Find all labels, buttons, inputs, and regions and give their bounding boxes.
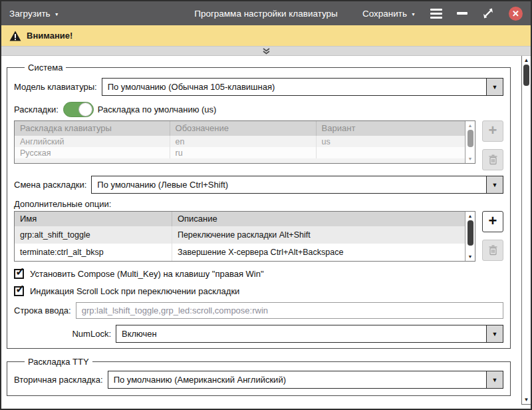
minimize-button[interactable] (457, 12, 467, 15)
cell-layout-name: Английский (15, 136, 170, 147)
maximize-icon[interactable] (482, 7, 494, 19)
numlock-value: Включен (116, 325, 486, 342)
system-section: Система Модель клавиатуры: По умолчанию … (7, 63, 511, 349)
dropdown-arrow-icon[interactable]: ▼ (486, 79, 503, 95)
layouts-table-header: Раскладка клавиатуры (15, 121, 170, 136)
delete-layout-button[interactable] (482, 149, 503, 170)
cell-option-name: terminate:ctrl_alt_bksp (15, 244, 172, 261)
extra-options-table: Имя Описание grp:alt_shift_toggle Перекл… (14, 211, 475, 262)
dropdown-arrow-icon[interactable]: ▼ (486, 176, 503, 193)
cell-layout-code: en (170, 136, 317, 147)
options-table-header: Имя (15, 212, 172, 226)
secondary-layout-label: Вторичная раскладка: (14, 375, 103, 385)
cell-layout-code: ru (170, 147, 317, 158)
table-row[interactable]: Русская ru (15, 147, 465, 158)
options-table-scrollbar[interactable]: ▲ ▼ (465, 212, 475, 261)
dropdown-arrow-icon[interactable]: ▼ (486, 325, 503, 342)
check-icon: ✓ (15, 265, 25, 279)
cell-option-name: grp:alt_shift_toggle (15, 226, 172, 244)
scroll-up-icon[interactable]: ▲ (524, 56, 529, 65)
close-icon: ✕ (512, 9, 519, 18)
layout-switch-label: Смена раскладки: (14, 180, 86, 190)
keyboard-model-value: По умолчанию (Обычная 105-клавишная) (102, 79, 486, 95)
titlebar: Программа настройки клавиатуры Загрузить… (1, 1, 531, 25)
scroll-down-icon[interactable]: ▼ (524, 395, 529, 404)
input-string-label: Строка ввода: (14, 306, 71, 315)
plus-icon: + (489, 123, 497, 138)
delete-option-button[interactable] (482, 240, 503, 261)
main-content: Система Модель клавиатуры: По умолчанию … (1, 63, 531, 410)
save-menu-button[interactable]: Сохранить ▼ (362, 9, 416, 19)
load-menu-label: Загрузить (9, 9, 51, 19)
system-section-legend: Система (25, 63, 66, 73)
caret-down-icon: ▼ (411, 11, 416, 17)
layouts-table: Раскладка клавиатуры Обозначение Вариант… (14, 120, 475, 164)
keyboard-model-label: Модель клавиатуры: (14, 82, 97, 92)
numlock-select[interactable]: Включен ▼ (116, 325, 503, 343)
cell-layout-variant (317, 147, 465, 158)
trash-icon (488, 154, 498, 165)
add-layout-button[interactable]: + (482, 120, 503, 142)
window-scrollbar[interactable]: ▲ ▼ (521, 56, 531, 405)
layout-switch-select[interactable]: По умолчанию (Левые Ctrl+Shift) ▼ (91, 176, 503, 194)
collapse-strip[interactable] (1, 47, 531, 56)
warning-banner: Внимание! (1, 25, 531, 47)
layout-switch-value: По умолчанию (Левые Ctrl+Shift) (92, 176, 486, 193)
scroll-up-icon[interactable]: ▲ (468, 212, 473, 220)
scroll-lock-checkbox-label: Индикация Scroll Lock при переключении р… (30, 286, 239, 296)
layouts-table-header: Обозначение (170, 121, 317, 136)
hamburger-menu-icon[interactable] (430, 9, 442, 19)
scrollbar-thumb[interactable] (467, 130, 473, 147)
caret-down-icon: ▼ (55, 11, 59, 17)
scroll-down-icon[interactable]: ▼ (468, 154, 473, 163)
tty-section-legend: Раскладка TTY (25, 357, 92, 367)
scroll-lock-checkbox[interactable]: ✓ (14, 286, 24, 296)
dropdown-arrow-icon[interactable]: ▼ (486, 371, 503, 388)
compose-checkbox[interactable]: ✓ (14, 269, 24, 279)
layouts-label: Раскладки: (14, 104, 59, 114)
tty-section: Раскладка TTY Вторичная раскладка: По ум… (7, 357, 511, 396)
layouts-table-header: Вариант (317, 121, 465, 136)
double-chevron-down-icon (262, 48, 271, 55)
scrollbar-thumb[interactable] (523, 65, 529, 86)
scroll-down-icon[interactable]: ▼ (468, 252, 473, 261)
numlock-label: NumLock: (14, 329, 111, 339)
trash-icon (488, 245, 498, 256)
options-table-header: Описание (172, 212, 465, 226)
cell-option-description: Завершение X-сервера Ctrl+Alt+Backspace (172, 244, 465, 261)
toggle-knob (78, 102, 92, 116)
app-window: Программа настройки клавиатуры Загрузить… (0, 0, 532, 410)
save-menu-label: Сохранить (362, 9, 407, 19)
input-string-field[interactable]: grp:lalt_lshift_toggle,grp_led:scroll,co… (76, 302, 503, 319)
check-icon: ✓ (15, 282, 25, 296)
table-row[interactable]: Английский en us (15, 136, 465, 147)
table-row[interactable]: terminate:ctrl_alt_bksp Завершение X-сер… (15, 244, 465, 261)
keyboard-model-select[interactable]: По умолчанию (Обычная 105-клавишная) ▼ (102, 78, 503, 96)
compose-checkbox-label: Установить Compose (Multi_Key) на клавиш… (30, 269, 264, 279)
secondary-layout-value: По умолчанию (Американский Английский) (108, 371, 486, 388)
load-menu-button[interactable]: Загрузить ▼ (9, 9, 59, 19)
close-button[interactable]: ✕ (509, 7, 523, 21)
table-row[interactable]: grp:alt_shift_toggle Переключение раскла… (15, 226, 465, 244)
add-option-button[interactable]: + (482, 211, 503, 232)
scrollbar-thumb[interactable] (467, 220, 473, 246)
warning-icon (9, 31, 21, 41)
warning-text: Внимание! (27, 31, 72, 41)
cell-option-description: Переключение раскладки Alt+Shift (172, 226, 465, 244)
cell-layout-name: Русская (15, 147, 170, 158)
secondary-layout-select[interactable]: По умолчанию (Американский Английский) ▼ (108, 371, 503, 389)
scroll-up-icon[interactable]: ▲ (468, 121, 473, 130)
layouts-toggle-state-label: Раскладка по умолчанию (us) (98, 104, 217, 114)
layouts-toggle[interactable] (63, 102, 94, 117)
plus-icon: + (489, 214, 497, 228)
cell-layout-variant: us (317, 136, 465, 147)
extra-options-label: Дополнительные опции: (14, 199, 111, 209)
layouts-table-scrollbar[interactable]: ▲ ▼ (465, 121, 475, 163)
input-string-value: grp:lalt_lshift_toggle,grp_led:scroll,co… (82, 306, 268, 315)
